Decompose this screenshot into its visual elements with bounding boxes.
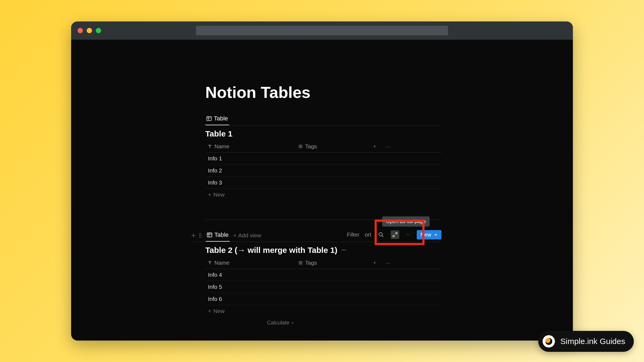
svg-point-11 (200, 235, 202, 236)
maximize-window-icon[interactable] (96, 28, 101, 33)
cell-tags[interactable] (298, 179, 368, 186)
calculate-row: Calculate (205, 317, 441, 328)
search-icon (378, 232, 384, 237)
svg-point-17 (379, 233, 382, 236)
column-more-button[interactable]: ··· (381, 143, 395, 150)
multiselect-property-icon (298, 144, 303, 149)
page-content: Notion Tables Table Table 1 (205, 83, 441, 328)
table-row[interactable]: Info 4 (205, 269, 441, 281)
column-name[interactable]: Name (205, 143, 298, 150)
sort-button[interactable]: ort (365, 231, 371, 238)
calculate-button[interactable]: Calculate (267, 320, 294, 326)
table-header: Name Tags + ··· (205, 141, 441, 153)
url-bar[interactable] (196, 26, 448, 35)
db1-title[interactable]: Table 1 (205, 129, 441, 138)
add-view-button[interactable]: + Add view (233, 232, 261, 239)
svg-rect-0 (207, 117, 211, 121)
svg-point-12 (199, 237, 200, 238)
more-icon: ··· (386, 143, 390, 150)
app-window: Notion Tables Table Table 1 (71, 21, 573, 341)
titlebar (71, 21, 573, 40)
brand-badge: Simple.ink Guides (538, 331, 634, 352)
table-row[interactable]: Info 5 (205, 281, 441, 293)
plus-icon: + (233, 232, 237, 239)
cell-name[interactable]: Info 6 (205, 296, 298, 302)
plus-icon: + (208, 191, 211, 198)
svg-point-8 (199, 233, 200, 234)
drag-handle-icon (198, 233, 202, 238)
tooltip-open-full-page: Open as full page (382, 216, 430, 227)
chevron-down-icon (291, 321, 294, 324)
block-handle[interactable] (191, 233, 202, 238)
column-tags[interactable]: Tags (298, 143, 368, 150)
table-row[interactable]: Info 3 (205, 177, 441, 189)
cell-name[interactable]: Info 3 (205, 179, 298, 186)
new-row-button[interactable]: + New (205, 305, 441, 317)
cell-name[interactable]: Info 5 (205, 284, 298, 290)
tab-table[interactable]: Table (205, 113, 229, 125)
plus-icon: + (208, 308, 211, 314)
multiselect-property-icon (298, 260, 303, 265)
cell-name[interactable]: Info 1 (205, 155, 298, 162)
cell-name[interactable]: Info 4 (205, 272, 298, 278)
svg-rect-14 (207, 233, 212, 237)
traffic-lights (78, 28, 101, 33)
db2-title[interactable]: Table 2 (→ will merge with Table 1) ··· (205, 246, 441, 255)
expand-icon (392, 232, 398, 237)
column-more-button[interactable]: ··· (381, 260, 395, 266)
column-tags[interactable]: Tags (298, 260, 368, 266)
add-column-button[interactable]: + (368, 143, 381, 150)
svg-point-10 (199, 235, 200, 236)
cell-tags[interactable] (298, 284, 368, 290)
table-row[interactable]: Info 2 (205, 165, 441, 177)
svg-line-18 (382, 236, 383, 237)
table-row[interactable]: Info 6 (205, 293, 441, 305)
db1-table: Name Tags + ··· Info 1 (205, 141, 441, 201)
brand-text: Simple.ink Guides (560, 337, 625, 346)
new-row-button[interactable]: + New (205, 189, 441, 201)
tab-label: Table (214, 231, 229, 238)
text-property-icon (207, 260, 212, 265)
cell-name[interactable]: Info 2 (205, 167, 298, 174)
svg-point-9 (200, 233, 202, 234)
chevron-down-icon (434, 233, 438, 237)
table-icon (206, 116, 212, 121)
table-icon (207, 232, 212, 238)
cell-tags[interactable] (298, 272, 368, 278)
cell-tags[interactable] (298, 167, 368, 174)
more-button[interactable]: ··· (405, 231, 411, 239)
plus-icon: + (373, 260, 376, 266)
db2-table: Name Tags + ··· Info 4 (205, 257, 441, 328)
page-title: Notion Tables (205, 83, 441, 102)
tab-table[interactable]: Table (206, 229, 230, 242)
table-header: Name Tags + ··· (205, 257, 441, 269)
new-button[interactable]: New (417, 230, 441, 239)
close-window-icon[interactable] (78, 28, 83, 33)
db2-toolbar: Table + Add view Filter ort (191, 229, 441, 242)
more-icon: ··· (386, 260, 390, 266)
more-icon: ··· (406, 232, 410, 237)
minimize-window-icon[interactable] (87, 28, 92, 33)
add-column-button[interactable]: + (368, 260, 381, 266)
expand-button[interactable] (391, 230, 399, 239)
tab-label: Table (214, 115, 228, 122)
more-icon[interactable]: ··· (341, 247, 346, 254)
table-row[interactable]: Info 1 (205, 153, 441, 165)
plus-icon: + (373, 143, 376, 150)
text-property-icon (207, 144, 212, 149)
db1-tabs: Table (205, 113, 441, 125)
svg-point-13 (200, 237, 202, 238)
filter-button[interactable]: Filter (347, 231, 359, 238)
column-name[interactable]: Name (205, 260, 298, 266)
cell-tags[interactable] (298, 296, 368, 302)
plus-icon (191, 233, 196, 238)
cell-tags[interactable] (298, 155, 368, 162)
brand-logo-icon (543, 335, 555, 348)
search-button[interactable] (377, 230, 385, 239)
